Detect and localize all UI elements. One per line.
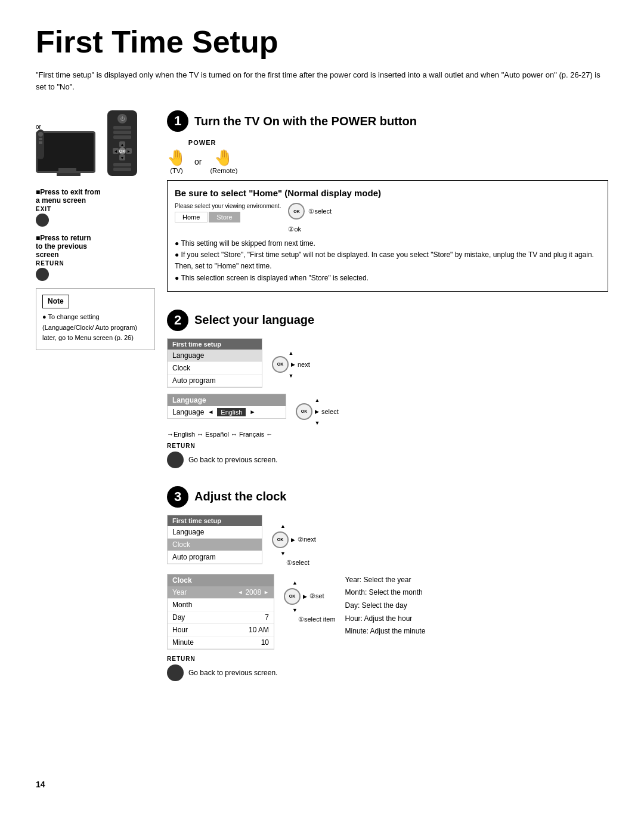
- down-arrow-lang: ▼: [314, 420, 320, 426]
- step2-menu-table: First time setup Language Clock Auto pro…: [167, 338, 262, 388]
- step1-title: Turn the TV On with the POWER button: [194, 115, 417, 128]
- down-arrow-step2: ▼: [288, 373, 293, 379]
- step3-clock-area: Clock Year ◄ 2008 ► Month: [167, 574, 608, 650]
- store-button[interactable]: Store: [209, 212, 240, 222]
- lang-value: English: [217, 408, 246, 416]
- day-value: 7: [265, 613, 269, 622]
- dpad-right: ►: [126, 148, 132, 154]
- step1-info-box: Be sure to select "Home" (Normal display…: [167, 180, 608, 292]
- return-text-step3: Go back to previous screen.: [188, 669, 277, 677]
- hour-label: Hour: [172, 626, 188, 634]
- step3-clock-table-wrap: Clock Year ◄ 2008 ► Month: [167, 574, 274, 650]
- clock-ok-row: OK ▶ ②set: [284, 588, 324, 605]
- step3-menu-language: Language: [168, 526, 262, 539]
- ok-button-step2[interactable]: OK: [272, 356, 289, 373]
- step3-menu-table: First time setup Language Clock Auto pro…: [167, 515, 262, 564]
- power-label: POWER: [188, 139, 216, 146]
- up-arrow-lang: ▲: [314, 397, 320, 403]
- step2-return-icon-row: Go back to previous screen.: [167, 452, 608, 468]
- step3-return-section: RETURN Go back to previous screen.: [167, 656, 608, 681]
- bullet1: This setting will be skipped from next t…: [175, 238, 600, 249]
- step2-lang-ok-area: ▲ OK ▶ select ▼: [296, 394, 339, 426]
- step1-bullets: This setting will be skipped from next t…: [175, 238, 600, 284]
- right-arrow-lang: ▶: [315, 409, 319, 415]
- year-value-row: ◄ 2008 ►: [237, 588, 269, 596]
- btn2: [39, 141, 42, 144]
- dpad-up: ▲: [119, 141, 125, 147]
- exit-label: EXIT: [36, 206, 155, 212]
- step3-clock-table: Clock Year ◄ 2008 ► Month: [167, 574, 274, 650]
- lang-table-header: Language: [168, 394, 286, 406]
- tv-screen: [36, 131, 95, 173]
- next-label-step2: next: [298, 361, 310, 368]
- step3-top-controls: ▲ OK ▶ ②next ▼ ①select: [272, 515, 316, 567]
- ok-button-step3-top[interactable]: OK: [272, 531, 289, 548]
- anno-day: Day: Select the day: [345, 599, 426, 613]
- step1-ok-controls: OK ①select ②ok: [288, 203, 332, 233]
- lang-table: Language Language ◄ English ►: [167, 394, 286, 419]
- step3-annotations: Year: Select the year Month: Select the …: [345, 574, 426, 638]
- remote-power-btn: ⏻: [117, 114, 127, 123]
- step2-number: 2: [167, 310, 188, 331]
- minute-value: 10: [261, 638, 269, 647]
- step3-clock-controls: ▲ OK ▶ ②set ▼ ①select item: [284, 574, 336, 623]
- step3-section: 3 Adjust the clock First time setup Lang…: [167, 486, 608, 681]
- or-label-top: or: [36, 123, 101, 130]
- up-arrow-clock: ▲: [292, 580, 298, 586]
- year-arrow-left: ◄: [237, 589, 243, 595]
- step2-title: Select your language: [194, 313, 314, 327]
- tv-foot: [57, 173, 80, 176]
- exit-button-icon: [36, 214, 49, 227]
- lang-arrow-left: ◄: [208, 409, 213, 415]
- month-label: Month: [172, 601, 192, 609]
- lang-table-row: Language ◄ English ►: [168, 406, 286, 418]
- clock-row-month: Month: [168, 599, 274, 611]
- ok-button-lang[interactable]: OK: [296, 403, 312, 420]
- right-column: 1 Turn the TV On with the POWER button P…: [167, 110, 608, 699]
- step3-title: Adjust the clock: [194, 490, 286, 503]
- return-icon-step2: [167, 452, 184, 468]
- note-text: ● To change setting (Language/Clock/ Aut…: [42, 312, 148, 344]
- up-arrow-step3: ▲: [280, 523, 286, 529]
- step2-section: 2 Select your language First time setup …: [167, 310, 608, 468]
- step2-ok-area: ▲ OK ▶ next ▼: [272, 338, 310, 379]
- remote-row4: [113, 163, 131, 166]
- step3-return-row: Go back to previous screen.: [167, 664, 608, 681]
- return-text-step2: Go back to previous screen.: [188, 456, 277, 464]
- hour-value: 10 AM: [249, 626, 269, 634]
- step3-clock-header: Clock: [168, 574, 274, 586]
- lang-arrow-right: ►: [249, 409, 255, 415]
- ok-button-step3-clock[interactable]: OK: [284, 588, 301, 605]
- clock-row-hour: Hour 10 AM: [168, 624, 274, 636]
- power-btn-dot: [38, 132, 43, 137]
- press-return-section: ■Press to return to the previous screen …: [36, 234, 155, 281]
- down-arrow-clock: ▼: [292, 607, 298, 613]
- return-label: RETURN: [36, 260, 155, 267]
- press-exit-title: ■Press to exit from a menu screen: [36, 188, 155, 205]
- dpad-down: ▼: [119, 154, 125, 160]
- lang-cycle: →English ↔ Español ↔ Français ←: [167, 431, 608, 438]
- ok-next-row: OK ▶ next: [272, 356, 310, 373]
- step3-menu-auto: Auto program: [168, 551, 262, 564]
- remote-row1: [113, 126, 131, 129]
- step1-sub-title: Be sure to select "Home" (Normal display…: [175, 188, 600, 198]
- ok-button-step1[interactable]: OK: [288, 203, 305, 220]
- return-button-icon: [36, 268, 49, 281]
- btn1: [39, 138, 42, 140]
- step2-lang-menu: Language Language ◄ English ►: [167, 394, 286, 419]
- power-hands: 🤚 (TV) or 🤚 (Remote): [167, 149, 237, 174]
- home-store-area: Please select your viewing environment. …: [175, 203, 600, 233]
- step3-menu-clock: Clock: [168, 539, 262, 551]
- year-arrow-right: ►: [264, 589, 269, 595]
- press-exit-section: ■Press to exit from a menu screen EXIT: [36, 188, 155, 227]
- dpad-ok: OK: [119, 147, 126, 154]
- next-label-step3: ②next: [298, 536, 316, 543]
- year-label: Year: [172, 588, 187, 596]
- step3-menu-area: First time setup Language Clock Auto pro…: [167, 515, 262, 564]
- remote-dpad: ▲ ▼ ◄ ► OK: [113, 141, 132, 160]
- home-button[interactable]: Home: [175, 212, 208, 222]
- return-icon-step3: [167, 664, 184, 681]
- clock-row-day: Day 7: [168, 611, 274, 624]
- left-column: or ⏻ ▲: [36, 110, 155, 699]
- tv-hand: 🤚 (TV): [167, 149, 186, 174]
